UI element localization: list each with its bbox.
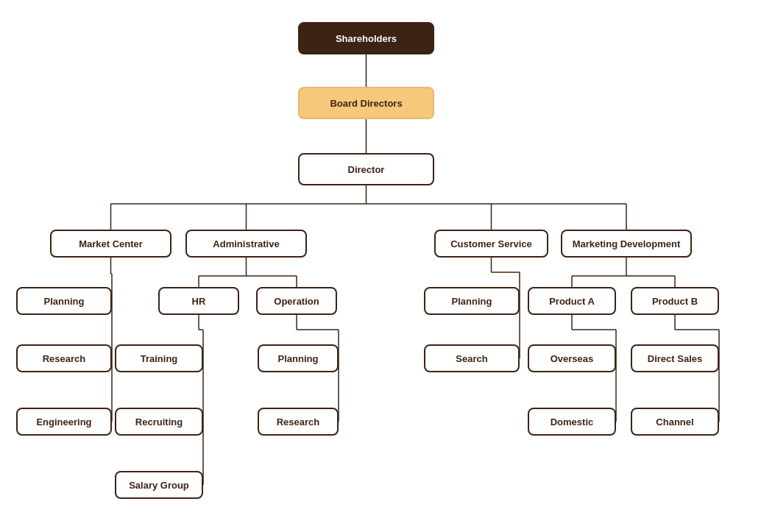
recruiting-node: Recruiting	[115, 408, 203, 436]
overseas-node: Overseas	[528, 344, 616, 372]
market-center-node: Market Center	[50, 230, 171, 258]
engineering-node: Engineering	[16, 408, 112, 436]
org-chart: Shareholders Board Directors Director Ma…	[0, 0, 775, 44]
domestic-node: Domestic	[528, 408, 616, 436]
channel-node: Channel	[631, 408, 719, 436]
product-a-node: Product A	[528, 287, 616, 315]
connectors	[0, 0, 775, 532]
board-directors-node: Board Directors	[298, 87, 434, 119]
planning-left-node: Planning	[16, 287, 112, 315]
research-op-node: Research	[258, 408, 339, 436]
research-node: Research	[16, 344, 112, 372]
director-node: Director	[298, 153, 434, 185]
planning-op-node: Planning	[258, 344, 339, 372]
salary-group-node: Salary Group	[115, 471, 203, 499]
search-node: Search	[424, 344, 520, 372]
planning-cs-node: Planning	[424, 287, 520, 315]
administrative-node: Administrative	[185, 230, 307, 258]
customer-service-node: Customer Service	[434, 230, 548, 258]
operation-node: Operation	[256, 287, 337, 315]
marketing-development-node: Marketing Development	[561, 230, 692, 258]
shareholders-node: Shareholders	[298, 22, 434, 54]
direct-sales-node: Direct Sales	[631, 344, 719, 372]
product-b-node: Product B	[631, 287, 719, 315]
training-node: Training	[115, 344, 203, 372]
hr-node: HR	[158, 287, 239, 315]
